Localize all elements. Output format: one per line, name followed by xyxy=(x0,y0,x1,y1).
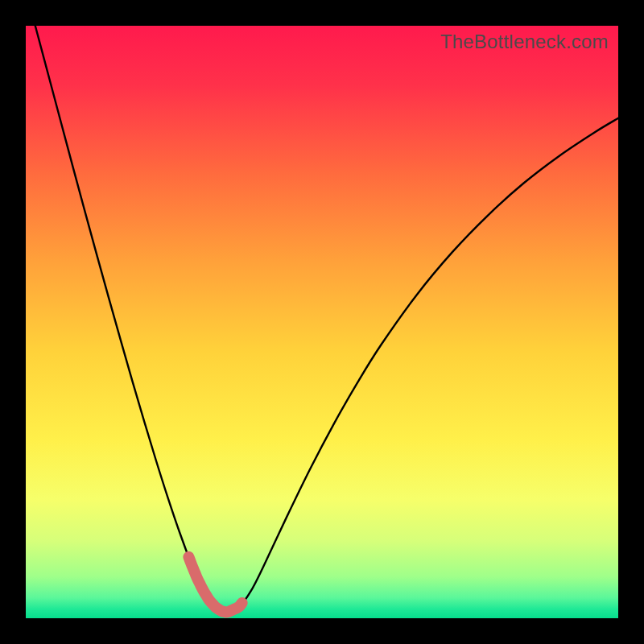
chart-frame: TheBottleneck.com xyxy=(0,0,644,644)
bottleneck-curve xyxy=(26,26,618,613)
plot-area: TheBottleneck.com xyxy=(26,26,618,618)
curve-layer xyxy=(26,26,618,618)
highlight-segment xyxy=(188,557,242,613)
